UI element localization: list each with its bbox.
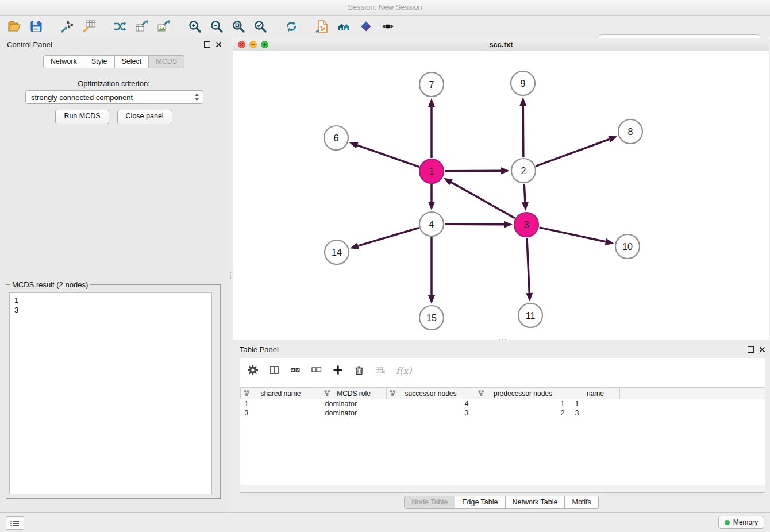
criterion-dropdown[interactable]: strongly connected component: [25, 90, 203, 104]
export-network-icon[interactable]: [111, 18, 129, 35]
float-table-panel-icon[interactable]: [748, 346, 754, 353]
graph-node-label: 9: [521, 79, 526, 88]
tab-select[interactable]: Select: [115, 55, 149, 68]
save-icon[interactable]: [28, 18, 45, 35]
tab-node-table[interactable]: Node Table: [404, 496, 455, 509]
cell-name[interactable]: 1: [571, 399, 620, 409]
tab-network[interactable]: Network: [43, 55, 84, 68]
graph-edge-arrow: [428, 98, 435, 107]
graph-edge-arrow: [428, 202, 435, 210]
cell-mcds-role[interactable]: dominator: [321, 399, 387, 409]
close-table-panel-icon[interactable]: [759, 346, 765, 354]
settings-gear-icon[interactable]: [247, 364, 259, 377]
mcds-result-list: 1 3: [9, 292, 212, 494]
graph-edge-3-1[interactable]: [451, 182, 515, 218]
eye-icon[interactable]: [379, 18, 396, 35]
network-graph[interactable]: 7968123414101511: [233, 51, 769, 340]
network-canvas[interactable]: 7968123414101511: [233, 51, 769, 340]
graph-edge-arrow: [522, 202, 529, 211]
style-icon[interactable]: [357, 18, 375, 35]
tab-network-table[interactable]: Network Table: [506, 496, 565, 509]
column-type-icon: [478, 390, 484, 398]
show-columns-icon[interactable]: [268, 364, 280, 377]
table-row[interactable]: 3 dominator 3 2 3: [241, 408, 765, 418]
window-titlebar: Session: New Session: [0, 0, 770, 16]
graph-node-label: 4: [429, 219, 434, 229]
column-header-mcds-role[interactable]: MCDS role: [321, 388, 387, 399]
graph-edge-2-8[interactable]: [536, 139, 610, 166]
table-panel: Table Panel: [233, 342, 770, 512]
zoom-fit-icon[interactable]: [230, 18, 247, 35]
tab-edge-table[interactable]: Edge Table: [455, 496, 505, 509]
zoom-selected-icon[interactable]: [252, 18, 269, 35]
graph-edge-1-6[interactable]: [357, 145, 419, 167]
control-panel-header: Control Panel: [0, 37, 228, 53]
close-window-icon[interactable]: [238, 41, 245, 48]
network-file-icon[interactable]: [314, 18, 331, 35]
graph-node-label: 2: [521, 166, 526, 176]
add-row-icon[interactable]: [332, 364, 344, 377]
table-panel-tabs: Node Table Edge Table Network Table Moti…: [233, 496, 770, 509]
tab-style[interactable]: Style: [84, 55, 115, 68]
cell-predecessor-nodes[interactable]: 1: [475, 399, 571, 409]
result-item[interactable]: 1: [14, 295, 207, 305]
function-builder-icon: f(x): [396, 365, 411, 376]
task-history-button[interactable]: [6, 516, 24, 530]
graph-edge-2-3[interactable]: [524, 184, 525, 202]
memory-status-icon: [725, 520, 730, 525]
node-table: shared name MCDS role: [240, 387, 765, 418]
graph-edge-2-9[interactable]: [523, 106, 523, 157]
graph-edge-4-3[interactable]: [445, 224, 504, 225]
float-panel-icon[interactable]: [204, 41, 210, 48]
delete-columns-icon: [375, 364, 386, 377]
table-row[interactable]: 1 dominator 4 1 1: [241, 399, 765, 409]
cell-successor-nodes[interactable]: 3: [387, 408, 475, 418]
graph-edge-3-10[interactable]: [539, 228, 605, 242]
column-header-shared-name[interactable]: shared name: [241, 388, 321, 399]
cell-shared-name[interactable]: 3: [241, 408, 321, 418]
graph-node-label: 7: [429, 80, 434, 90]
tab-motifs[interactable]: Motifs: [565, 496, 598, 509]
unselect-all-icon[interactable]: [311, 364, 322, 377]
graph-edge-arrow: [504, 221, 513, 228]
graph-edge-1-2[interactable]: [445, 171, 501, 171]
cell-shared-name[interactable]: 1: [241, 399, 321, 409]
graph-edge-4-14[interactable]: [358, 228, 419, 246]
tab-mcds[interactable]: MCDS: [149, 55, 184, 68]
select-all-icon[interactable]: [290, 364, 301, 377]
delete-row-icon[interactable]: [353, 364, 365, 377]
cell-successor-nodes[interactable]: 4: [387, 399, 475, 409]
cell-name[interactable]: 3: [571, 408, 620, 418]
import-network-icon[interactable]: [59, 18, 76, 35]
first-neighbors-icon[interactable]: [336, 18, 353, 35]
table-horizontal-scrollbar[interactable]: [240, 485, 765, 492]
result-item[interactable]: 3: [14, 305, 207, 315]
zoom-out-icon[interactable]: [208, 18, 225, 35]
cell-predecessor-nodes[interactable]: 2: [475, 408, 571, 418]
run-mcds-button[interactable]: Run MCDS: [55, 110, 109, 124]
graph-edge-arrow: [608, 136, 617, 142]
graph-edge-3-11[interactable]: [527, 238, 529, 293]
open-folder-icon[interactable]: [6, 18, 23, 35]
minimize-window-icon[interactable]: [249, 41, 257, 48]
column-header-name[interactable]: name: [571, 388, 620, 399]
zoom-in-icon[interactable]: [186, 18, 203, 35]
node-table-container: f(x) shared name: [240, 358, 765, 493]
zoom-window-icon[interactable]: [261, 41, 268, 48]
graph-node-label: 15: [426, 313, 437, 323]
column-header-predecessor-nodes[interactable]: predecessor nodes: [475, 388, 571, 399]
close-panel-button[interactable]: Close panel: [117, 110, 172, 124]
cell-mcds-role[interactable]: dominator: [321, 408, 387, 418]
column-header-successor-nodes[interactable]: successor nodes: [387, 388, 475, 399]
network-window-titlebar[interactable]: scc.txt: [233, 38, 769, 52]
refresh-icon[interactable]: [283, 18, 300, 35]
export-table-icon[interactable]: [133, 18, 151, 35]
export-image-icon[interactable]: [155, 18, 172, 35]
vertical-splitter-handle[interactable]: [229, 265, 232, 285]
column-type-icon: [244, 390, 250, 398]
memory-button[interactable]: Memory: [718, 516, 764, 529]
close-panel-icon[interactable]: [215, 41, 222, 49]
import-table-icon[interactable]: [80, 18, 98, 35]
graph-edge-arrow: [428, 295, 435, 304]
horizontal-splitter-handle[interactable]: [493, 338, 513, 341]
